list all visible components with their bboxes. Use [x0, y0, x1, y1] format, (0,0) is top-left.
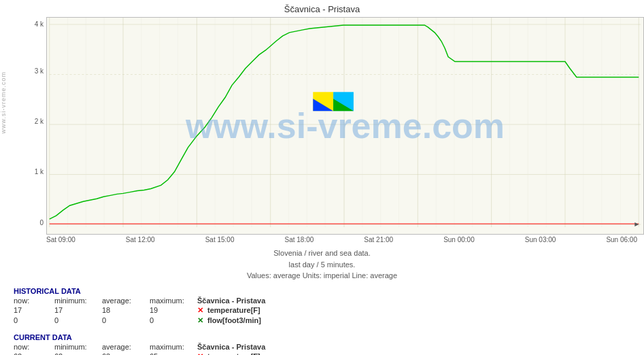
- historical-row-temp: 17 17 18 19 ✕ temperature[F]: [14, 306, 630, 315]
- chart-description: Slovenia / river and sea data. last day …: [0, 248, 644, 282]
- chart-title: Ščavnica - Pristava: [0, 0, 644, 17]
- hist-temp-min: 17: [54, 306, 102, 314]
- curr-temp-label: ✕ temperature[F]: [197, 352, 630, 356]
- hist-flow-max: 0: [150, 316, 197, 324]
- curr-col-max-label: maximum:: [150, 343, 197, 351]
- col-now-label: now:: [14, 297, 54, 305]
- hist-temp-avg: 18: [102, 306, 150, 314]
- hist-flow-now: 0: [14, 316, 54, 324]
- curr-col-now-label: now:: [14, 343, 54, 351]
- curr-temp-max: 65: [150, 352, 197, 355]
- col-avg-label: average:: [102, 297, 150, 305]
- hist-temp-now: 17: [14, 306, 54, 314]
- x-axis: Sat 09:00 Sat 12:00 Sat 15:00 Sat 18:00 …: [0, 235, 644, 243]
- curr-col-min-label: minimum:: [54, 343, 102, 351]
- curr-col-avg-label: average:: [102, 343, 150, 351]
- curr-temp-avg: 63: [102, 352, 150, 355]
- y-label-1k: 1 k: [35, 168, 44, 175]
- description-line1: Slovenia / river and sea data.: [0, 248, 644, 259]
- x-label-sat15: Sat 15:00: [205, 236, 235, 243]
- x-label-sat09: Sat 09:00: [46, 236, 75, 243]
- col-max-label: maximum:: [150, 297, 197, 305]
- y-axis: 4 k 3 k 2 k 1 k 0: [20, 17, 46, 235]
- historical-station-name: Ščavnica - Pristava: [197, 297, 630, 305]
- current-row-temp: 62 62 63 65 ✕ temperature[F]: [14, 352, 630, 356]
- current-title: CURRENT DATA: [14, 333, 630, 341]
- hist-temp-max: 19: [150, 306, 197, 314]
- svg-marker-38: [634, 222, 639, 226]
- historical-row-flow: 0 0 0 0 ✕ flow[foot3/min]: [14, 316, 630, 325]
- hist-flow-min: 0: [54, 316, 102, 324]
- curr-temp-now: 62: [14, 352, 54, 355]
- y-label-3k: 3 k: [35, 67, 44, 75]
- x-label-sat12: Sat 12:00: [126, 236, 155, 243]
- y-label-2k: 2 k: [35, 118, 44, 125]
- green-x-icon: ✕: [197, 316, 203, 324]
- historical-section: HISTORICAL DATA now: minimum: average: m…: [0, 282, 644, 325]
- description-line2: last day / 5 minutes.: [0, 259, 644, 271]
- chart-svg-container: www.si-vreme.com: [46, 17, 644, 235]
- hist-flow-avg: 0: [102, 316, 150, 324]
- x-label-sat21: Sat 21:00: [364, 236, 393, 243]
- x-label-sun06: Sun 06:00: [606, 236, 637, 243]
- curr-temp-min: 62: [54, 352, 102, 355]
- red-x-icon: ✕: [197, 306, 203, 314]
- y-label-0: 0: [39, 219, 44, 226]
- hist-flow-label: ✕ flow[foot3/min]: [197, 316, 630, 325]
- x-label-sun03: Sun 03:00: [525, 236, 556, 243]
- historical-title: HISTORICAL DATA: [14, 287, 630, 295]
- col-min-label: minimum:: [54, 297, 102, 305]
- x-label-sun00: Sun 00:00: [443, 236, 475, 243]
- x-label-sat18: Sat 18:00: [284, 236, 313, 243]
- historical-header: now: minimum: average: maximum: Ščavnica…: [14, 297, 630, 305]
- side-watermark: www.si-vreme.com: [0, 71, 7, 134]
- hist-temp-label: ✕ temperature[F]: [197, 306, 630, 315]
- current-station-name: Ščavnica - Pristava: [197, 343, 630, 351]
- current-header: now: minimum: average: maximum: Ščavnica…: [14, 343, 630, 351]
- description-line3: Values: average Units: imperial Line: av…: [0, 270, 644, 282]
- current-section: CURRENT DATA now: minimum: average: maxi…: [0, 328, 644, 356]
- y-label-4k: 4 k: [35, 20, 44, 28]
- curr-red-x-icon: ✕: [197, 352, 203, 356]
